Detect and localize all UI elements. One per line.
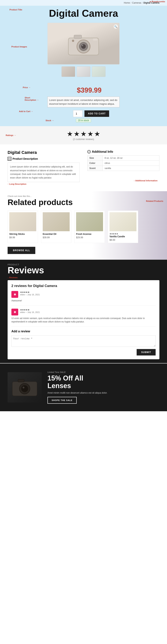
breadcrumb-bar: Home / Cameras / Digital Camera ◄ Breadc… (0, 0, 167, 6)
fresh-incense-price: $29.99 (76, 236, 103, 239)
quantity-input[interactable] (73, 110, 82, 117)
add-to-cart-button[interactable]: ADD TO CART (84, 110, 109, 117)
table-row-scent: Scent vanilla (88, 166, 160, 171)
ratings-annotation: Ratings (6, 134, 16, 136)
price-section: Price $399.99 ShortDescription Lorem ips… (0, 82, 167, 126)
product-title: Digital Camera (8, 8, 160, 19)
reviews-title: Reviews (8, 266, 160, 275)
sale-banner: Limited Time SALE! 15% Off AllLenses Ame… (0, 364, 167, 411)
long-description-annotation: ↑ Long Description (8, 183, 26, 185)
add-review-section: Add a review SUBMIT (12, 330, 156, 356)
essential-oil-price: $39.99 (43, 236, 70, 239)
reviewer-2-name: eldev – July 16, 2021 (20, 311, 156, 313)
product-title-annotation: Product Title (10, 8, 22, 11)
fresh-incense-name: Fresh Incense (76, 233, 103, 236)
vanilla-candle-name: Vanilla Candle (110, 235, 136, 238)
product-main-image[interactable]: 🔍 (48, 23, 120, 64)
product-images-annotation: Product Images (12, 46, 27, 48)
reviewer-2-stars: ★★★★★ (20, 309, 156, 311)
svg-rect-5 (74, 35, 82, 38)
svg-point-7 (72, 40, 74, 42)
reviewer-1-info: ★★★★★ eldev – July 16, 2021 (20, 291, 156, 296)
reviews-annotation: ↓ Reviews (8, 276, 18, 279)
reviewer-1-date: July 16, 2021 (28, 294, 40, 296)
scent-label: Scent (88, 166, 103, 171)
product-card-fresh-incense[interactable]: Fresh Incense $29.99 (74, 210, 105, 243)
sale-camera-svg (10, 376, 39, 399)
breadcrumb-cameras[interactable]: Cameras (132, 2, 142, 4)
product-info-section: Digital Camera [ ] Product Description L… (0, 144, 167, 191)
reviewer-2-date: July 16, 2021 (28, 311, 40, 313)
review-2-text: Ut enim ad minim veniam, quis nostrud ex… (12, 316, 156, 324)
additional-info-header: i Additional Info (87, 150, 160, 154)
reviews-section: Product Reviews ↓ Reviews 2 reviews for … (0, 260, 167, 363)
product-desc-label: Product Description (12, 157, 38, 160)
related-bg: Check out more like this... Related prod… (0, 191, 167, 260)
short-description: Lorem ipsum dolor sit amet, consectetur … (48, 96, 120, 107)
star-1: ★ (67, 130, 73, 138)
long-description: Lorem ipsum dolor sit amet, consectetur … (8, 162, 80, 182)
thumbnail-3[interactable] (92, 66, 106, 77)
reviews-card: 2 reviews for Digital Camera ✱ ★★★★★ eld… (8, 280, 160, 359)
additional-info-annotation: ↑ Additional Information (134, 180, 158, 182)
product-description-column: Digital Camera [ ] Product Description L… (8, 150, 84, 186)
browse-all-button[interactable]: BROWSE ALL (8, 247, 35, 254)
price-annotation: Price (23, 86, 30, 88)
add-to-cart-row: Add to Cart ADD TO CART (8, 110, 160, 117)
shop-sale-button[interactable]: SHOPE THE SALE (48, 397, 77, 404)
svg-rect-12 (18, 380, 24, 382)
svg-point-10 (21, 385, 28, 392)
additional-info-table: Size 8 oz, 12 oz, 16 oz Color citrus Sce… (87, 155, 160, 171)
zoom-icon[interactable]: 🔍 (114, 24, 118, 29)
essential-oil-image (43, 212, 70, 231)
stirring-sticks-image (9, 212, 36, 231)
stirring-sticks-name: Stirring Sticks (9, 233, 36, 236)
submit-review-button[interactable]: SUBMIT (137, 349, 156, 356)
price-value: $399.99 (77, 86, 102, 94)
review-item-2: ✱ ★★★★★ eldev – July 16, 2021 Ut enim ad… (12, 309, 156, 327)
star-2: ★ (74, 130, 80, 138)
vanilla-candle-stars: ★★★★★ (110, 233, 136, 235)
product-card-stirring-sticks[interactable]: Stirring Sticks $9.99 (8, 210, 38, 243)
reviewer-1-name: eldev – July 16, 2021 (20, 294, 156, 296)
short-description-annotation: ShortDescription (25, 96, 39, 101)
additional-info-title: Additional Info (92, 150, 113, 154)
stock-badge: 20 in stock (76, 118, 91, 122)
related-products-section: Check out more like this... Related prod… (0, 191, 167, 260)
sale-headline: 15% Off AllLenses (48, 374, 160, 390)
review-2-header: ✱ ★★★★★ eldev – July 16, 2021 (12, 309, 156, 316)
ratings-section: Ratings ★ ★ ★ ★ ★ (2 customer reviews) (0, 126, 167, 144)
description-icon: [ ] (8, 157, 12, 161)
product-image-container: 🔍 (48, 23, 120, 77)
vanilla-candle-price: $8.00 (110, 239, 136, 241)
breadcrumb-sep2: / (142, 2, 143, 4)
related-products-title: Related products (8, 198, 160, 207)
scent-value: vanilla (103, 166, 160, 171)
thumbnail-1[interactable] (62, 66, 75, 77)
reviews-count-title: 2 reviews for Digital Camera (12, 284, 156, 288)
sale-camera-image (8, 372, 42, 402)
fresh-incense-image (76, 212, 103, 231)
review-1-text: Awesome! (12, 299, 156, 302)
related-products-annotation: Related Products (146, 200, 163, 202)
products-grid: Stirring Sticks $9.99 Essential Oil $39.… (8, 210, 160, 243)
camera-illustration (62, 30, 104, 57)
reviewer-2-avatar: ✱ (12, 309, 18, 316)
short-description-block: ShortDescription Lorem ipsum dolor sit a… (48, 96, 120, 107)
sale-tag: Limited Time SALE! (48, 371, 160, 373)
product-card-vanilla-candle[interactable]: ★★★★★ Vanilla Candle $8.00 (108, 210, 138, 243)
product-desc-title: Digital Camera (8, 150, 80, 155)
svg-point-11 (22, 386, 24, 388)
review-textarea[interactable] (12, 335, 156, 347)
breadcrumb-home[interactable]: Home (124, 2, 130, 4)
product-card-essential-oil[interactable]: Essential Oil $39.99 (41, 210, 71, 243)
reviewer-2-info: ★★★★★ eldev – July 16, 2021 (20, 309, 156, 313)
size-value: 8 oz, 12 oz, 16 oz (103, 156, 160, 161)
hero-section: Product Title Digital Camera (0, 6, 167, 82)
svg-point-4 (82, 45, 83, 46)
color-label: Color (88, 161, 103, 166)
thumbnail-2[interactable] (77, 66, 90, 77)
thumbnail-row (48, 66, 120, 77)
table-row-size: Size 8 oz, 12 oz, 16 oz (88, 156, 160, 161)
additional-info-column: i Additional Info Size 8 oz, 12 oz, 16 o… (84, 150, 160, 186)
